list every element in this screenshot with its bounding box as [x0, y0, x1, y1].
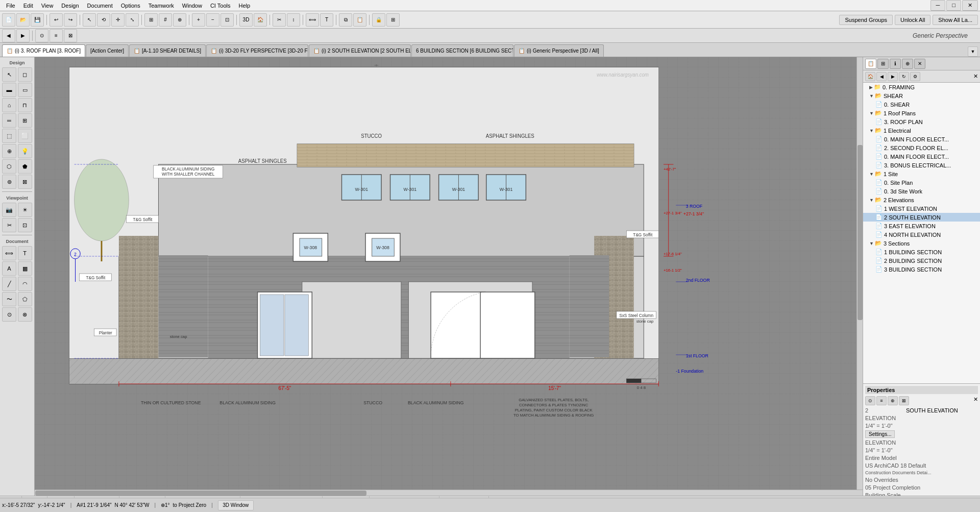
tree-item-roof-plans[interactable]: ▼ 📂 1 Roof Plans	[863, 109, 980, 117]
save-btn[interactable]: 💾	[31, 13, 44, 27]
nav-refresh-btn[interactable]: ↻	[899, 72, 909, 81]
tree-item-3d-site[interactable]: 📄 0. 3d Site Work	[863, 187, 980, 196]
props-icon3[interactable]: ⊕	[888, 396, 898, 405]
tool-column[interactable]: ⊓	[18, 98, 32, 112]
rp-tab-more[interactable]: ⊕	[902, 59, 913, 69]
display-options-btn[interactable]: ⊙	[35, 29, 48, 42]
vertical-scrollbar[interactable]	[856, 57, 863, 496]
rp-tab-organizer[interactable]: ⊞	[877, 59, 889, 69]
tree-item-building-sec2[interactable]: 📄 2 BUILDING SECTION	[863, 256, 980, 265]
rp-tab-navigator[interactable]: 📋	[865, 59, 876, 69]
new-btn[interactable]: 📄	[2, 13, 15, 27]
nav-home-btn[interactable]: 🏠	[865, 72, 875, 81]
tree-item-main-floor-elec[interactable]: 📄 0. MAIN FLOOR ELECT...	[863, 135, 980, 143]
menu-document[interactable]: Document	[83, 2, 117, 10]
tree-item-sections[interactable]: ▼ 📂 3 Sections	[863, 239, 980, 248]
menu-teamwork[interactable]: Teamwork	[144, 2, 178, 10]
ortho-btn[interactable]: ⊕	[173, 13, 186, 27]
tool-poly[interactable]: ⬠	[18, 292, 32, 306]
tool-stair[interactable]: ⊠	[18, 175, 32, 189]
tool-arc[interactable]: ◠	[18, 277, 32, 291]
tool-spline[interactable]: 〜	[2, 292, 16, 306]
nav-settings-btn[interactable]: ⚙	[910, 72, 920, 81]
tab-shear[interactable]: 📋 [A-1.10 SHEAR DETAILS]	[129, 44, 206, 57]
rp-tab-close[interactable]: ✕	[914, 59, 925, 69]
unlock-all-btn[interactable]: Unlock All	[895, 15, 930, 25]
tab-fly-perspective[interactable]: 📋 (i) 3D-20 FLY PERSPECTIVE [3D-20 FLY P…	[206, 44, 308, 57]
tool-arrow[interactable]: ↖	[2, 67, 16, 82]
menu-view[interactable]: View	[37, 2, 58, 10]
rotate-btn[interactable]: ⟲	[97, 13, 110, 27]
suspend-groups-btn[interactable]: Suspend Groups	[839, 15, 893, 25]
tree-item-east-elev[interactable]: 📄 3 EAST ELEVATION	[863, 222, 980, 230]
props-icon1[interactable]: ⊙	[865, 396, 875, 405]
tool-dimension[interactable]: ⟺	[2, 246, 16, 260]
tab-south-elevation[interactable]: 📋 (i) 2 SOUTH ELEVATION [2 SOUTH ELEVA..…	[309, 44, 411, 57]
tree-item-elevations[interactable]: ▼ 📂 2 Elevations	[863, 196, 980, 204]
tool-select[interactable]: ◻	[18, 67, 32, 82]
tool-zone[interactable]: ⬡	[2, 159, 16, 174]
tree-item-roof-plan[interactable]: 📄 3. ROOF PLAN	[863, 117, 980, 126]
tab-building-section[interactable]: 6 BUILDING SECTION [6 BUILDING SECTI...]	[411, 44, 513, 57]
tool-curtain[interactable]: ⊞	[18, 113, 32, 128]
3d-btn[interactable]: 3D	[239, 13, 253, 27]
dim-btn[interactable]: ⟺	[306, 13, 319, 27]
tool-shell[interactable]: ⊚	[2, 175, 16, 189]
maximize-btn[interactable]: □	[946, 0, 961, 11]
snap-btn[interactable]: ⊞	[144, 13, 158, 27]
props-icon4[interactable]: ⊠	[899, 396, 909, 405]
tool-3d-filter[interactable]: ⊡	[18, 218, 32, 232]
scrollbar-thumb-v[interactable]	[857, 145, 863, 321]
show-all-btn[interactable]: Show All La...	[933, 15, 978, 25]
nav-close-btn[interactable]: ✕	[973, 73, 978, 80]
tree-item-shear-sub[interactable]: 📄 0. SHEAR	[863, 100, 980, 109]
layer-btn[interactable]: ≡	[50, 29, 63, 42]
prev-view-btn[interactable]: ◀	[2, 29, 15, 42]
props-close-btn[interactable]: ✕	[973, 396, 978, 405]
tool-detail-marker[interactable]: ⊙	[2, 307, 16, 322]
zoom-in-btn[interactable]: +	[192, 13, 205, 27]
horizontal-scrollbar[interactable]	[35, 490, 863, 496]
menu-options[interactable]: Options	[117, 2, 144, 10]
tab-generic-perspective[interactable]: 📋 (i) Generic Perspective [3D / All]	[514, 44, 604, 57]
zoom-fit-btn[interactable]: ⊡	[220, 13, 234, 27]
partial-struct-btn[interactable]: ⊠	[64, 29, 77, 42]
scrollbar-thumb-h[interactable]	[35, 491, 366, 496]
copy-btn[interactable]: ⧉	[339, 13, 352, 27]
3d-window-btn[interactable]: 3D Window	[218, 500, 254, 510]
tool-morph[interactable]: ⬟	[18, 159, 32, 174]
tool-slab[interactable]: ▭	[18, 83, 32, 97]
tool-sun[interactable]: ☀	[18, 203, 32, 217]
redo-btn[interactable]: ↪	[64, 13, 77, 27]
tree-item-second-floor-elec[interactable]: 📄 2. SECOND FLOOR EL...	[863, 143, 980, 152]
tool-window[interactable]: ⬜	[18, 129, 32, 143]
tool-camera[interactable]: 📷	[2, 203, 16, 217]
zoom-out-btn[interactable]: −	[206, 13, 219, 27]
tree-item-shear-group[interactable]: ▼ 📂 SHEAR	[863, 91, 980, 100]
tool-lamp[interactable]: 💡	[18, 144, 32, 158]
paste-btn[interactable]: 📋	[353, 13, 366, 27]
close-btn[interactable]: ✕	[962, 0, 978, 11]
tool-section-marker[interactable]: ⊗	[18, 307, 32, 322]
tree-item-building-sec3[interactable]: 📄 3 BUILDING SECTION	[863, 265, 980, 274]
menu-window[interactable]: Window	[178, 2, 206, 10]
elevation-btn[interactable]: ↕	[287, 13, 300, 27]
menu-design[interactable]: Design	[57, 2, 83, 10]
rp-tab-info[interactable]: ℹ	[890, 59, 901, 69]
settings-btn[interactable]: Settings...	[865, 430, 895, 438]
tab-more-btn[interactable]: ▼	[968, 46, 978, 57]
menu-edit[interactable]: Edit	[19, 2, 37, 10]
floor-plan-btn[interactable]: 🏠	[254, 13, 267, 27]
tool-label[interactable]: A	[2, 261, 16, 276]
lock-btn[interactable]: 🔒	[372, 13, 385, 27]
tree-item-bonus-electrical[interactable]: 📄 3. BONUS ELECTRICAL...	[863, 161, 980, 169]
nav-forward-btn[interactable]: ▶	[888, 72, 898, 81]
tab-roof-plan[interactable]: 📋 (i) 3. ROOF PLAN [3. ROOF]	[2, 44, 85, 57]
tree-item-site-plan[interactable]: 📄 0. Site Plan	[863, 178, 980, 187]
tool-beam[interactable]: ═	[2, 113, 16, 128]
text-btn[interactable]: T	[320, 13, 333, 27]
tree-item-framing[interactable]: ▶ 📁 0. FRAMING	[863, 83, 980, 91]
tree-item-electrical[interactable]: ▼ 📂 1 Electrical	[863, 126, 980, 135]
tool-line[interactable]: ╱	[2, 277, 16, 291]
minimize-btn[interactable]: ─	[930, 0, 946, 11]
